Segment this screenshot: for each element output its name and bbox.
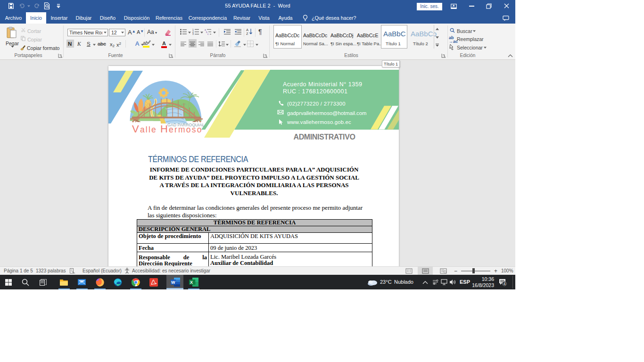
svg-text:RUC : 1768120600001: RUC : 1768120600001 (283, 88, 347, 95)
svg-text:gadprvallehermoso@hotmail.com: gadprvallehermoso@hotmail.com (287, 110, 366, 116)
svg-text:W: W (171, 280, 175, 285)
svg-text:3: 3 (192, 33, 194, 35)
svg-text:c: c (207, 33, 209, 35)
svg-text:Z: Z (246, 32, 248, 35)
svg-text:www.vallehermoso.gob.ec: www.vallehermoso.gob.ec (287, 119, 351, 125)
svg-text:X: X (190, 280, 193, 285)
svg-text:Valle Hermoso: Valle Hermoso (132, 123, 203, 135)
svg-text:Acuerdo Ministerial N° 1359: Acuerdo Ministerial N° 1359 (283, 81, 363, 88)
svg-text:(02)2773220 / 2773300: (02)2773220 / 2773300 (287, 101, 346, 107)
svg-text:4: 4 (504, 281, 506, 286)
